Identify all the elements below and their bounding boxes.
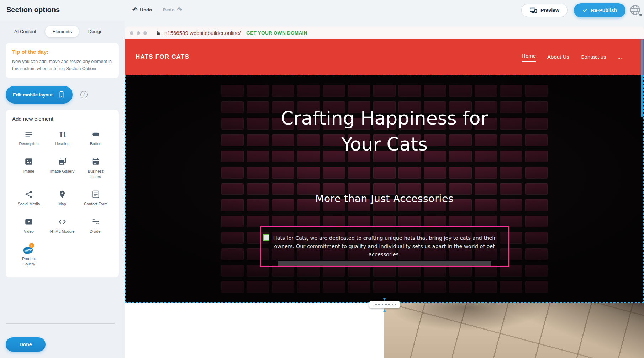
get-your-own-domain-link[interactable]: GET YOUR OWN DOMAIN bbox=[246, 30, 307, 36]
hero-tile bbox=[221, 85, 244, 97]
description-icon bbox=[24, 130, 33, 139]
image-gallery-icon bbox=[58, 157, 67, 166]
hero-tile bbox=[525, 232, 548, 244]
element-label: Heading bbox=[55, 141, 70, 146]
check-icon bbox=[582, 8, 588, 13]
element-contact-form[interactable]: Contact Form bbox=[79, 190, 112, 206]
republish-label: Re-Publish bbox=[591, 7, 617, 13]
element-label: Map bbox=[58, 201, 66, 206]
divider-icon bbox=[91, 217, 100, 226]
resize-handle-pill bbox=[369, 301, 400, 308]
element-heading[interactable]: Tt Heading bbox=[46, 130, 79, 146]
site-canvas: HATS FOR CATS Home About Us Contact us .… bbox=[125, 39, 644, 358]
hero-tile bbox=[348, 281, 370, 293]
hero-tile bbox=[525, 265, 548, 277]
hero-tile bbox=[272, 167, 294, 179]
hero-tile bbox=[475, 167, 497, 179]
edit-mobile-layout-button[interactable]: Edit mobile layout bbox=[6, 86, 73, 104]
element-image[interactable]: Image bbox=[12, 157, 46, 179]
element-label: Video bbox=[24, 229, 34, 234]
undo-button[interactable]: ↶ Undo bbox=[132, 7, 152, 13]
info-icon[interactable]: i bbox=[80, 91, 88, 98]
element-video[interactable]: Video bbox=[12, 217, 46, 234]
address-bar-url[interactable]: n1566589.websitebuilder.online/ bbox=[164, 30, 241, 36]
hero-tile bbox=[449, 216, 471, 227]
tip-body: Now you can add, move and resize any ele… bbox=[12, 58, 112, 72]
nav-item-contact-us[interactable]: Contact us bbox=[581, 54, 606, 60]
element-label: Social Media bbox=[18, 201, 40, 206]
language-globe-button[interactable] bbox=[629, 4, 642, 17]
hero-subheading[interactable]: More than Just Accessories bbox=[126, 193, 643, 205]
hero-tile bbox=[272, 281, 294, 293]
heading-icon: Tt bbox=[59, 130, 66, 139]
section-resize-handle[interactable]: ▼ ▲ bbox=[369, 297, 400, 312]
hero-heading-text: Crafting Happiness for Your Cats bbox=[260, 105, 509, 157]
hero-tile bbox=[525, 248, 548, 260]
selected-text-element[interactable]: Hats for Cats, we are dedicated to craft… bbox=[260, 226, 509, 267]
add-new-element-card: Add new element Description Tt Heading B… bbox=[6, 110, 119, 277]
hero-tile bbox=[449, 85, 471, 97]
element-image-gallery[interactable]: Image Gallery bbox=[46, 157, 79, 179]
done-button[interactable]: Done bbox=[6, 337, 46, 352]
hero-tile bbox=[525, 281, 548, 293]
sidebar-divider bbox=[6, 323, 115, 324]
hero-tile bbox=[221, 265, 244, 277]
edit-mobile-row: Edit mobile layout i bbox=[6, 86, 119, 104]
site-nav: Home About Us Contact us ... bbox=[522, 39, 622, 75]
resize-handle-green[interactable] bbox=[263, 234, 269, 241]
hero-tile bbox=[373, 167, 396, 179]
nav-item-about-us[interactable]: About Us bbox=[547, 54, 569, 60]
site-logo[interactable]: HATS FOR CATS bbox=[136, 53, 189, 60]
element-social-media[interactable]: Social Media bbox=[12, 190, 46, 206]
nav-item-more[interactable]: ... bbox=[617, 54, 622, 60]
site-header: HATS FOR CATS Home About Us Contact us .… bbox=[125, 39, 644, 75]
redo-icon: ↷ bbox=[177, 7, 182, 13]
element-button[interactable]: Button bbox=[79, 130, 112, 146]
hero-paragraph: Hats for Cats, we are dedicated to craft… bbox=[265, 234, 504, 259]
hero-tile bbox=[525, 216, 548, 227]
hero-tile bbox=[247, 167, 269, 179]
element-html-module[interactable]: HTML Module bbox=[46, 217, 79, 234]
arrow-down-icon: ▼ bbox=[383, 297, 386, 301]
redo-button[interactable]: Redo ↷ bbox=[163, 7, 182, 13]
undo-label: Undo bbox=[140, 7, 152, 12]
selected-hero-section[interactable]: Crafting Happiness for Your Cats More th… bbox=[125, 75, 644, 303]
tab-ai-content[interactable]: AI Content bbox=[7, 26, 43, 37]
element-label: Image Gallery bbox=[50, 169, 74, 174]
hero-tile bbox=[323, 216, 345, 227]
hero-tile bbox=[500, 167, 522, 179]
element-label: Contact Form bbox=[84, 201, 108, 206]
hero-tile bbox=[373, 85, 396, 97]
hero-tile bbox=[500, 281, 522, 293]
hero-tile bbox=[297, 216, 320, 227]
element-description[interactable]: Description bbox=[12, 130, 46, 146]
tab-design[interactable]: Design bbox=[81, 26, 110, 37]
window-control-dot bbox=[143, 31, 147, 35]
hero-tile bbox=[272, 85, 294, 97]
arrow-up-icon: ▲ bbox=[383, 308, 386, 312]
hero-tile bbox=[348, 85, 370, 97]
pavement-photo bbox=[384, 303, 644, 358]
element-map[interactable]: Map bbox=[46, 190, 79, 206]
hero-tile bbox=[449, 281, 471, 293]
hero-tile bbox=[323, 85, 345, 97]
hero-tile bbox=[297, 85, 320, 97]
lock-icon bbox=[155, 30, 161, 36]
republish-button[interactable]: Re-Publish bbox=[574, 3, 625, 17]
element-product-gallery[interactable]: SHOP ↑ Product Gallery bbox=[12, 244, 46, 267]
element-business-hours[interactable]: Business Hours bbox=[79, 157, 112, 179]
preview-pane: n1566589.websitebuilder.online/ GET YOUR… bbox=[125, 21, 644, 358]
window-control-dot bbox=[130, 31, 133, 35]
hero-tile bbox=[247, 281, 269, 293]
tip-title: Tip of the day: bbox=[12, 49, 112, 55]
undo-icon: ↶ bbox=[132, 7, 137, 13]
tab-elements[interactable]: Elements bbox=[45, 26, 79, 37]
nav-item-home[interactable]: Home bbox=[522, 53, 536, 62]
vertical-scrollbar-thumb[interactable] bbox=[641, 39, 643, 117]
hero-tile bbox=[221, 248, 244, 260]
video-icon bbox=[24, 217, 33, 226]
element-divider[interactable]: Divider bbox=[79, 217, 112, 234]
hero-tile bbox=[348, 167, 370, 179]
hero-heading[interactable]: Crafting Happiness for Your Cats bbox=[126, 105, 643, 157]
preview-button[interactable]: Preview bbox=[521, 4, 568, 17]
